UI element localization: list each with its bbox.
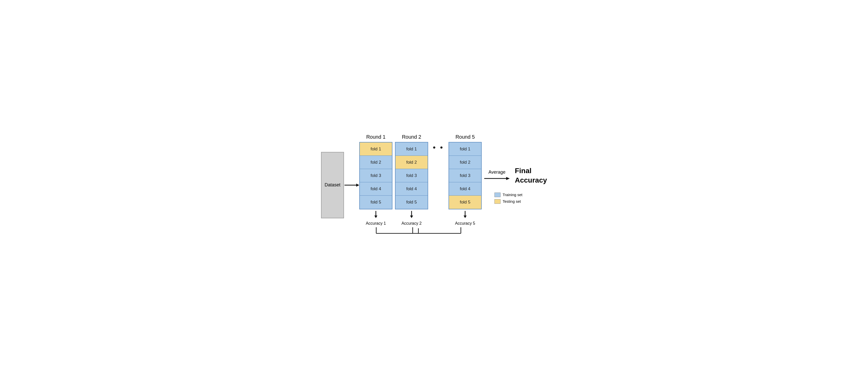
dataset-label: Dataset (324, 182, 340, 188)
legend-testing: Testing set (494, 199, 523, 204)
dots-text: • • (433, 143, 444, 151)
round-1-label: Round 1 (366, 134, 385, 140)
round-2-fold-4: fold 4 (396, 182, 428, 196)
round-2-accuracy: Accuracy 2 (401, 221, 422, 226)
svg-marker-1 (356, 183, 359, 187)
right-section: Average Final Accuracy Training set Test… (484, 166, 547, 204)
dots-separator: • • (431, 134, 446, 151)
round-1-fold-3: fold 3 (360, 169, 392, 182)
round-2-folds: fold 1 fold 2 fold 3 fold 4 fold 5 (395, 142, 428, 209)
round-1-fold-4: fold 4 (360, 182, 392, 196)
bracket-area (359, 226, 482, 236)
round-1-fold-1: fold 1 (360, 142, 392, 156)
round-5-fold-3: fold 3 (449, 169, 481, 182)
svg-marker-3 (374, 216, 377, 218)
round-5-fold-2: fold 2 (449, 156, 481, 169)
dataset-arrow (344, 182, 359, 188)
round-2-label: Round 2 (402, 134, 421, 140)
round-5-col: Round 5 fold 1 fold 2 fold 3 fold 4 (448, 134, 482, 226)
round-5-accuracy: Accuracy 5 (455, 221, 475, 226)
average-label: Average (489, 170, 506, 175)
round-2-fold-3: fold 3 (396, 169, 428, 182)
round-5-fold-5: fold 5 (449, 196, 481, 209)
round-2-down-arrow (408, 211, 414, 219)
round-5-fold-1: fold 1 (449, 142, 481, 156)
round-5-label: Round 5 (456, 134, 475, 140)
legend-training-label: Training set (503, 193, 523, 197)
round-1-fold-2: fold 2 (360, 156, 392, 169)
round-5-folds: fold 1 fold 2 fold 3 fold 4 fold 5 (448, 142, 482, 209)
legend-training: Training set (494, 193, 523, 197)
svg-marker-7 (464, 216, 467, 218)
round-2-fold-2: fold 2 (396, 156, 428, 169)
round-1-accuracy: Accuracy 1 (366, 221, 386, 226)
svg-marker-5 (410, 216, 413, 218)
legend: Training set Testing set (494, 193, 523, 204)
final-accuracy-label: Final Accuracy (515, 166, 547, 185)
dataset-box: Dataset (321, 152, 344, 218)
round-1-col: Round 1 fold 1 fold 2 fold 3 fold 4 (359, 134, 393, 226)
round-1-fold-5: fold 5 (360, 196, 392, 209)
round-5-down-arrow (462, 211, 468, 219)
round-5-fold-4: fold 4 (449, 182, 481, 196)
legend-training-box (494, 193, 501, 197)
rounds-block: Round 1 fold 1 fold 2 fold 3 fold 4 (359, 134, 482, 236)
round-1-down-arrow (373, 211, 379, 219)
diagram-container: Dataset Round 1 fold 1 fold 2 (321, 134, 547, 236)
svg-marker-14 (506, 177, 510, 180)
legend-testing-label: Testing set (503, 199, 521, 203)
round-1-folds: fold 1 fold 2 fold 3 fold 4 fold 5 (359, 142, 393, 209)
average-section: Average Final Accuracy (484, 166, 547, 185)
average-arrow (484, 175, 510, 181)
rounds-row: Round 1 fold 1 fold 2 fold 3 fold 4 (359, 134, 482, 226)
legend-testing-box (494, 199, 501, 204)
round-2-fold-5: fold 5 (396, 196, 428, 209)
round-2-col: Round 2 fold 1 fold 2 fold 3 fold 4 (395, 134, 428, 226)
round-2-fold-1: fold 1 (396, 142, 428, 156)
